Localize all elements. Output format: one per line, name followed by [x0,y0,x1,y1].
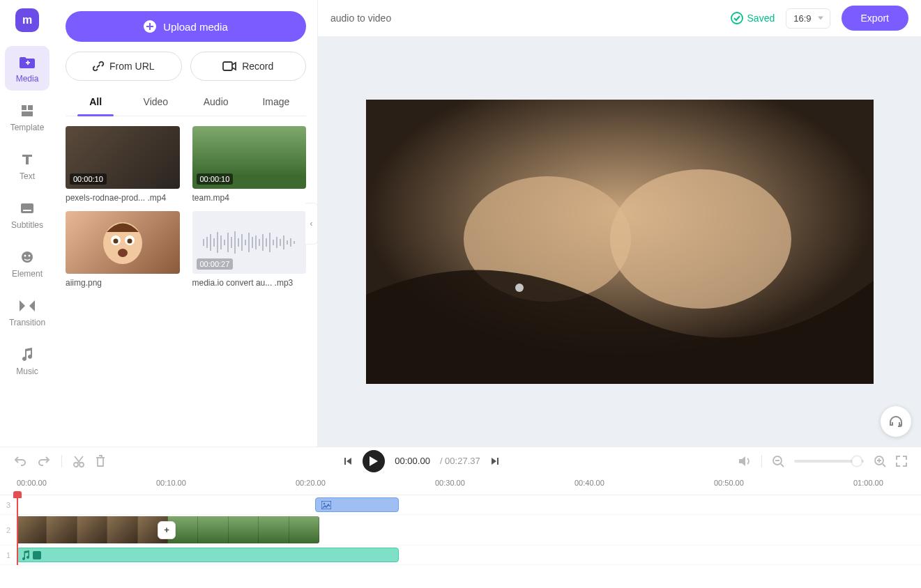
check-circle-icon [731,12,743,24]
record-button[interactable]: Record [190,52,307,81]
zoom-slider[interactable] [794,460,864,463]
sidebar-item-text[interactable]: Text [5,144,50,188]
ruler-tick: 01:00.00 [853,479,883,487]
project-title[interactable]: audio to video [330,13,731,24]
subtitles-icon [20,201,35,216]
camera-icon [222,61,236,71]
timeline-playhead[interactable] [17,495,18,565]
tab-all[interactable]: All [66,88,125,116]
from-url-button[interactable]: From URL [66,52,182,81]
media-tabs: All Video Audio Image [66,88,306,116]
svg-point-11 [127,239,132,244]
media-caption: team.mp4 [192,193,307,203]
tab-image[interactable]: Image [246,88,306,116]
chevron-left-icon: ‹ [310,218,312,229]
media-item[interactable]: 00:00:27 media.io convert au... .mp3 [192,211,307,288]
timeline-tracks: 3 2 + 1 [0,495,921,565]
waveform-icon [200,229,298,256]
media-thumb: 00:00:10 [192,126,307,189]
svg-rect-49 [321,501,331,509]
track-3[interactable]: 3 [0,495,921,515]
zoom-in-button[interactable] [874,455,886,467]
svg-point-2 [22,252,33,263]
sidebar-item-element[interactable]: Element [5,241,50,286]
tab-video[interactable]: Video [125,88,185,116]
app-logo[interactable]: m [15,8,39,32]
sidebar-item-template[interactable]: Template [5,95,50,139]
media-caption: media.io convert au... .mp3 [192,278,307,288]
link-icon [93,61,104,72]
panel-collapse-button[interactable]: ‹ [305,203,318,245]
preview-canvas[interactable] [318,36,921,447]
image-clip[interactable] [315,497,399,512]
media-thumb: 00:00:27 [192,211,307,274]
media-duration: 00:00:10 [70,173,107,185]
next-frame-button[interactable] [490,456,500,466]
ruler-tick: 00:00.00 [17,479,47,487]
media-caption: aiimg.png [66,278,180,288]
svg-point-3 [24,255,26,257]
upload-media-button[interactable]: Upload media [66,11,306,42]
transition-icon [20,298,35,314]
nav-label: Music [16,366,38,376]
audio-clip[interactable] [17,548,399,562]
split-button[interactable] [73,455,84,467]
svg-rect-1 [23,210,31,211]
track-number: 3 [0,501,17,509]
tab-audio[interactable]: Audio [186,88,246,116]
template-icon [20,103,35,118]
time-current: 00:00.00 [395,456,430,466]
media-panel: Upload media From URL Record All Video A… [54,0,318,447]
image-icon [321,501,331,509]
media-item[interactable]: aiimg.png [66,211,180,288]
track-number: 1 [0,551,17,559]
media-caption: pexels-rodnae-prod... .mp4 [66,193,180,203]
media-item[interactable]: 00:00:10 team.mp4 [192,126,307,203]
plus-circle-icon [144,20,156,33]
redo-button[interactable] [38,456,50,467]
sidebar-item-transition[interactable]: Transition [5,290,50,334]
nav-label: Transition [9,318,45,327]
delete-button[interactable] [96,455,105,467]
ruler-tick: 00:20.00 [296,479,326,487]
support-button[interactable] [881,406,911,437]
ruler-tick: 00:30.00 [435,479,465,487]
upload-label: Upload media [163,21,228,33]
folder-plus-icon [20,54,35,70]
fit-button[interactable] [896,456,907,467]
zoom-out-button[interactable] [772,455,784,467]
saved-label: Saved [747,13,775,24]
audio-wave-icon [33,551,41,559]
export-button[interactable]: Export [842,6,908,31]
preview-header: audio to video Saved 16:9 Export [318,0,921,36]
svg-point-10 [113,239,118,244]
track-1[interactable]: 1 [0,546,921,565]
sidebar-item-subtitles[interactable]: Subtitles [5,192,50,237]
track-number: 2 [0,526,17,534]
track-2[interactable]: 2 + [0,515,921,546]
text-icon [20,152,35,167]
nav-label: Subtitles [11,220,43,230]
aspect-ratio-select[interactable]: 16:9 [786,8,830,29]
svg-point-40 [731,13,743,24]
volume-button[interactable] [738,455,752,467]
nav-label: Template [10,123,45,132]
time-total: 00:27.37 [445,456,480,466]
sidebar-nav: m Media Template Text Subtitles Element … [0,0,54,447]
music-note-icon [22,550,30,560]
svg-rect-6 [223,62,232,70]
timeline-ruler[interactable]: 00:00.00 00:10.00 00:20.00 00:30.00 00:4… [0,474,921,495]
undo-button[interactable] [14,456,26,467]
media-thumb: 00:00:10 [66,126,180,189]
media-duration: 00:00:10 [197,173,234,185]
media-item[interactable]: 00:00:10 pexels-rodnae-prod... .mp4 [66,126,180,203]
play-button[interactable] [363,450,385,472]
prev-frame-button[interactable] [343,456,353,466]
media-duration: 00:00:27 [197,258,234,270]
timeline: 00:00.00 00:10.00 00:20.00 00:30.00 00:4… [0,474,921,588]
media-thumb [66,211,180,274]
sidebar-item-music[interactable]: Music [5,339,50,383]
add-clip-button[interactable]: + [158,521,176,539]
zoom-handle[interactable] [852,456,862,466]
sidebar-item-media[interactable]: Media [5,46,50,91]
